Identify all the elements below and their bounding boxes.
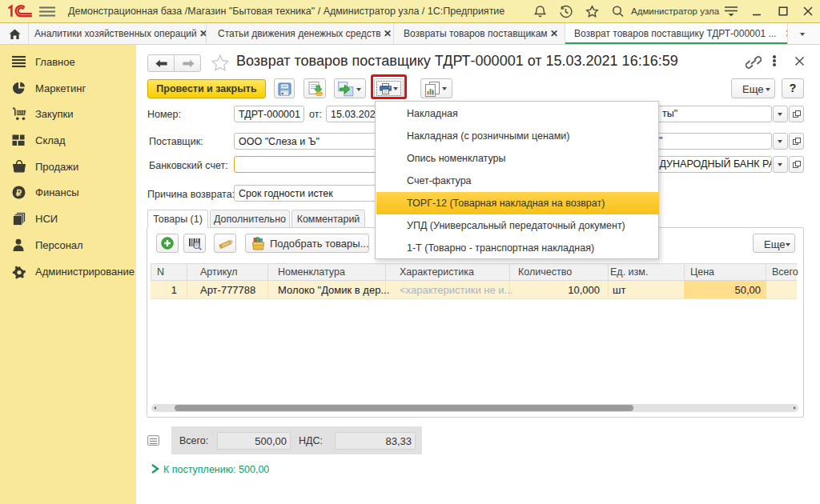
svg-text:₽: ₽: [16, 188, 22, 198]
